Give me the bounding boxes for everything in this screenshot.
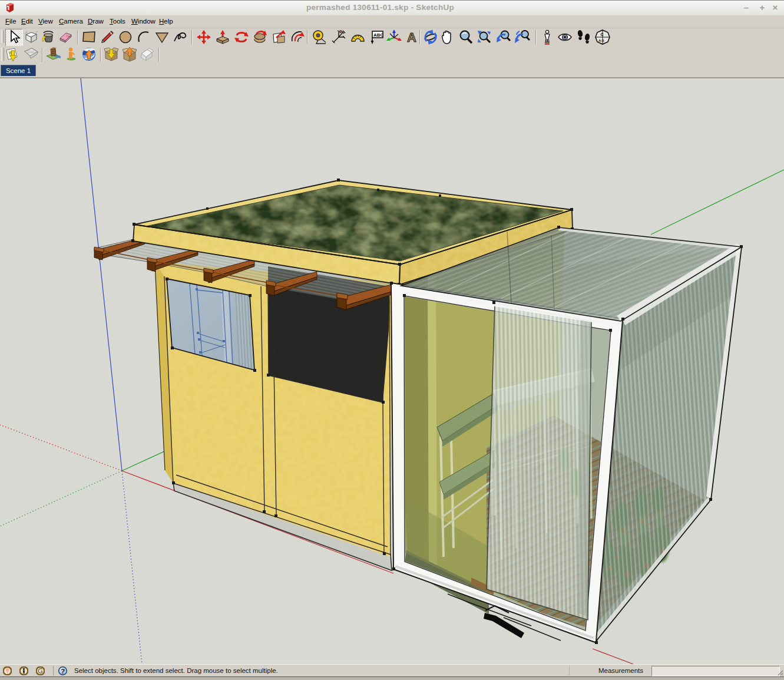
svg-text:3: 3 xyxy=(339,29,342,34)
svg-text:C: C xyxy=(601,32,604,37)
svg-text:ABC: ABC xyxy=(373,32,383,38)
svg-text:?: ? xyxy=(61,668,65,675)
svg-text:A: A xyxy=(407,30,416,45)
svg-text:A-5: A-5 xyxy=(598,39,604,42)
